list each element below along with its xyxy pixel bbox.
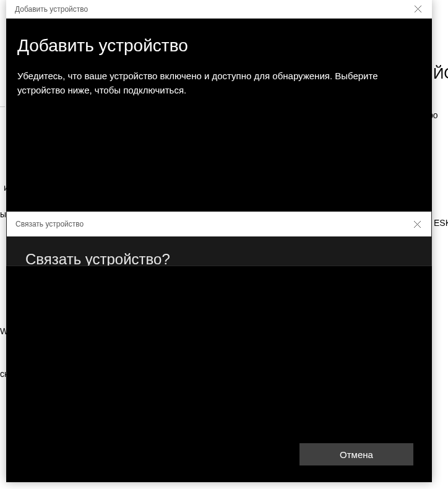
pair-device-body: Связать устройство? (7, 236, 431, 266)
pair-device-title: Связать устройство? (25, 251, 170, 266)
bg-divider (0, 106, 5, 107)
add-device-title: Добавить устройство (17, 36, 415, 56)
add-device-titlebar[interactable]: Добавить устройство (6, 0, 432, 19)
bg-fragment: ы (0, 209, 6, 219)
pair-device-dialog: Связать устройство Связать устройство? (6, 211, 432, 266)
bg-fragment: ESK (434, 218, 448, 228)
close-icon (415, 6, 421, 12)
add-device-close-button[interactable] (403, 0, 432, 19)
add-device-subtitle: Убедитесь, что ваше устройство включено … (17, 69, 415, 97)
add-device-titlebar-text: Добавить устройство (15, 5, 88, 14)
add-device-body: Добавить устройство Убедитесь, что ваше … (6, 19, 432, 97)
pair-device-titlebar-text: Связать устройство (15, 220, 84, 228)
close-icon (414, 221, 421, 228)
pair-device-titlebar[interactable]: Связать устройство (7, 212, 431, 236)
pair-device-close-button[interactable] (403, 212, 431, 236)
cancel-button[interactable]: Отмена (299, 443, 413, 465)
bg-fragment: ЙС (433, 65, 448, 82)
